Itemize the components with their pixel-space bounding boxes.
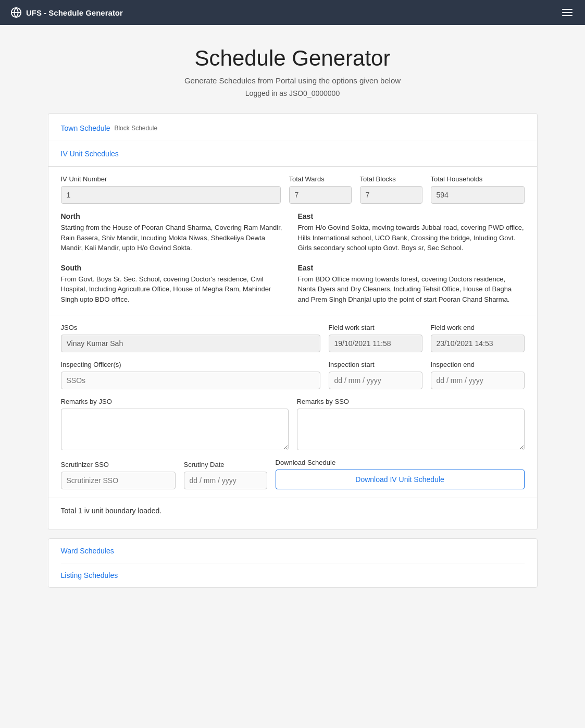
inspection-start-group: Inspection start — [329, 361, 422, 389]
scrutiny-date-label: Scrutiny Date — [184, 461, 267, 468]
boundary-east-2-direction: East — [298, 264, 525, 272]
total-blocks-input — [360, 186, 422, 204]
fields-divider-1 — [48, 315, 537, 315]
tab-town-schedule[interactable]: Town Schedule — [61, 124, 110, 132]
boundary-east-2-text: From BDO Office moving towards forest, c… — [298, 274, 525, 305]
boundary-east-1-text: From H/o Govind Sokta, moving towards Ju… — [298, 223, 525, 253]
inspection-end-group: Inspection end — [431, 361, 525, 389]
jso-input — [61, 335, 320, 352]
iv-unit-numbers-row: IV Unit Number Total Wards Total Blocks … — [61, 175, 525, 204]
field-work-start-input — [329, 335, 422, 352]
tab-block-schedule[interactable]: Block Schedule — [114, 125, 157, 132]
main-card: Town Schedule Block Schedule IV Unit Sch… — [48, 113, 538, 530]
remarks-jso-textarea[interactable] — [61, 409, 289, 450]
inspecting-officer-input[interactable] — [61, 372, 320, 389]
scrutinizer-download-row: Scrutinizer SSO Scrutiny Date Download S… — [61, 459, 525, 489]
total-households-input — [431, 186, 525, 204]
tab-divider — [48, 141, 537, 141]
boundary-north-text: Starting from the House of Pooran Chand … — [61, 223, 288, 253]
listing-schedules-link[interactable]: Listing Schedules — [61, 571, 118, 579]
remarks-jso-group: Remarks by JSO — [61, 398, 289, 450]
navbar-brand: UFS - Schedule Generator — [10, 7, 123, 18]
inspecting-officer-group: Inspecting Officer(s) — [61, 361, 320, 389]
inspection-end-label: Inspection end — [431, 361, 525, 368]
total-households-label: Total Households — [431, 175, 525, 183]
total-households-group: Total Households — [431, 175, 525, 204]
scrutiny-date-input[interactable] — [184, 472, 267, 489]
boundary-south: South From Govt. Boys Sr. Sec. School, c… — [61, 264, 288, 305]
iv-unit-divider — [48, 166, 537, 167]
field-work-end-input — [431, 335, 525, 352]
inspecting-officer-label: Inspecting Officer(s) — [61, 361, 320, 368]
boundary-east-1-direction: East — [298, 212, 525, 220]
iv-unit-number-input — [61, 186, 281, 204]
iv-unit-number-group: IV Unit Number — [61, 175, 281, 204]
jso-group: JSOs — [61, 324, 320, 352]
boundary-loaded-text: Total 1 iv unit boundary loaded. — [61, 507, 525, 515]
main-content: Schedule Generator Generate Schedules fr… — [38, 25, 548, 609]
inspecting-row: Inspecting Officer(s) Inspection start I… — [61, 361, 525, 389]
remarks-sso-label: Remarks by SSO — [297, 398, 525, 405]
total-blocks-group: Total Blocks — [360, 175, 422, 204]
boundary-south-text: From Govt. Boys Sr. Sec. School, coverin… — [61, 274, 288, 305]
bottom-links-card: Ward Schedules Listing Schedules — [48, 538, 538, 588]
inspection-start-label: Inspection start — [329, 361, 422, 368]
iv-unit-schedules-link[interactable]: IV Unit Schedules — [61, 150, 119, 158]
scrutinizer-sso-input[interactable] — [61, 472, 176, 489]
ward-schedules-link[interactable]: Ward Schedules — [61, 547, 114, 555]
scrutinizer-sso-label: Scrutinizer SSO — [61, 461, 176, 468]
navbar-title: UFS - Schedule Generator — [26, 8, 123, 17]
remarks-sso-group: Remarks by SSO — [297, 398, 525, 450]
boundary-north: North Starting from the House of Pooran … — [61, 212, 288, 253]
jso-label: JSOs — [61, 324, 320, 331]
iv-unit-number-label: IV Unit Number — [61, 175, 281, 183]
field-work-start-group: Field work start — [329, 324, 422, 352]
total-blocks-label: Total Blocks — [360, 175, 422, 183]
fields-divider-2 — [48, 498, 537, 498]
listing-schedules-item: Listing Schedules — [61, 563, 525, 587]
boundary-east-2: East From BDO Office moving towards fore… — [298, 264, 525, 305]
globe-icon — [10, 7, 22, 18]
boundary-south-direction: South — [61, 264, 288, 272]
inspection-start-input[interactable] — [329, 372, 422, 389]
field-work-end-label: Field work end — [431, 324, 525, 331]
ward-schedules-item: Ward Schedules — [61, 539, 525, 563]
scrutiny-date-group: Scrutiny Date — [184, 461, 267, 489]
download-schedule-group: Download Schedule Download IV Unit Sched… — [276, 459, 525, 489]
download-schedule-label: Download Schedule — [276, 459, 525, 466]
total-wards-label: Total Wards — [289, 175, 352, 183]
field-work-start-label: Field work start — [329, 324, 422, 331]
navbar: UFS - Schedule Generator — [0, 0, 585, 25]
page-title: Schedule Generator — [48, 46, 538, 71]
field-work-end-group: Field work end — [431, 324, 525, 352]
tab-nav: Town Schedule Block Schedule — [61, 124, 525, 132]
remarks-sso-textarea[interactable] — [297, 409, 525, 450]
remarks-row: Remarks by JSO Remarks by SSO — [61, 398, 525, 450]
boundary-north-direction: North — [61, 212, 288, 220]
logged-in-text: Logged in as JSO0_0000000 — [48, 89, 538, 97]
total-wards-input — [289, 186, 352, 204]
boundary-east-1: East From H/o Govind Sokta, moving towar… — [298, 212, 525, 253]
remarks-jso-label: Remarks by JSO — [61, 398, 289, 405]
download-iv-unit-schedule-button[interactable]: Download IV Unit Schedule — [276, 470, 525, 489]
boundary-grid: North Starting from the House of Pooran … — [61, 212, 525, 304]
scrutinizer-sso-group: Scrutinizer SSO — [61, 461, 176, 489]
inspection-end-input[interactable] — [431, 372, 525, 389]
total-wards-group: Total Wards — [289, 175, 352, 204]
navbar-toggle-button[interactable] — [560, 7, 575, 18]
jso-fieldwork-row: JSOs Field work start Field work end — [61, 324, 525, 352]
page-subtitle: Generate Schedules from Portal using the… — [48, 76, 538, 85]
